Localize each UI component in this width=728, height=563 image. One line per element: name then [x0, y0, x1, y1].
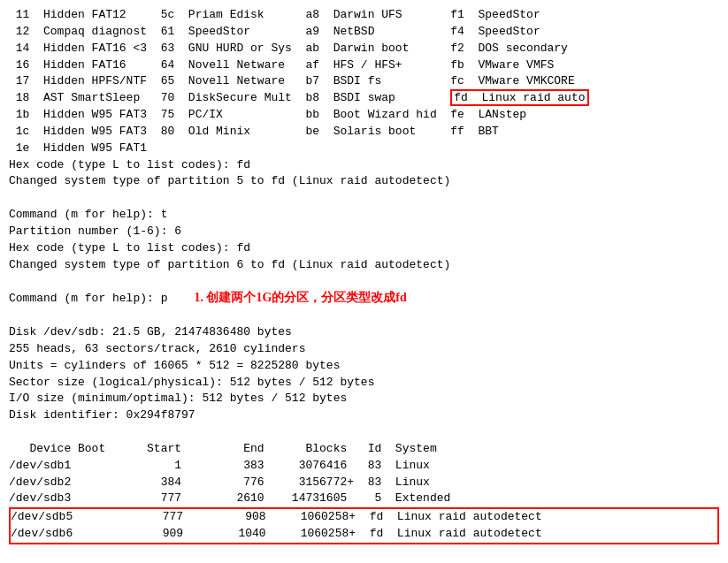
hex-code-line-2: Hex code (type L to list codes): fd: [9, 240, 719, 257]
disk-units-line: Units = cylinders of 16065 * 512 = 82252…: [9, 358, 719, 375]
disk-identifier-line: Disk identifier: 0x294f8797: [9, 407, 719, 424]
disk-heads-line: 255 heads, 63 sectors/track, 2610 cylind…: [9, 341, 719, 358]
footer-section: Command (m for help): w The partition ta…: [9, 544, 719, 563]
table-row-5: 17 Hidden HPFS/NTF 65 Novell Netware b7 …: [9, 73, 719, 90]
disk-sector-size-line: Sector size (logical/physical): 512 byte…: [9, 375, 719, 392]
table-row-9: 1e Hidden W95 FAT1: [9, 141, 719, 157]
table-row-8: 1c Hidden W95 FAT3 80 Old Minix be Solar…: [9, 124, 719, 141]
disk-io-size-line: I/O size (minimum/optimal): 512 bytes / …: [9, 391, 719, 407]
command-t: Command (m for help): t: [9, 207, 719, 224]
blank-line-4: [9, 424, 719, 441]
partition-sdb5: /dev/sdb5 777 908 1060258+ fd Linux raid…: [11, 509, 717, 526]
prompt-section: Hex code (type L to list codes): fd Chan…: [9, 157, 719, 308]
changed-partition-5: Changed system type of partition 5 to fd…: [9, 173, 719, 190]
table-row-2: 12 Compaq diagnost 61 SpeedStor a9 NetBS…: [9, 24, 719, 41]
partition-sdb6: /dev/sdb6 909 1040 1060258+ fd Linux rai…: [11, 526, 717, 543]
partition-sdb3: /dev/sdb3 777 2610 14731605 5 Extended: [9, 491, 719, 507]
partition-number: Partition number (1-6): 6: [9, 224, 719, 240]
blank-line-5: [9, 544, 719, 561]
highlighted-fd-linux-raid: fd Linux raid auto: [450, 89, 588, 106]
terminal: 11 Hidden FAT12 5c Priam Edisk a8 Darwin…: [9, 7, 719, 563]
table-row-6: 18 AST SmartSleep 70 DiskSecure Mult b8 …: [9, 90, 719, 107]
command-p-line: Command (m for help): p 1. 创建两个1G的分区，分区类…: [9, 290, 719, 308]
blank-line-1: [9, 190, 719, 207]
table-row-7: 1b Hidden W95 FAT3 75 PC/IX bb Boot Wiza…: [9, 107, 719, 124]
hex-code-line-1: Hex code (type L to list codes): fd: [9, 157, 719, 174]
table-row-4: 16 Hidden FAT16 64 Novell Netware af HFS…: [9, 57, 719, 74]
disk-info-section: Disk /dev/sdb: 21.5 GB, 21474836480 byte…: [9, 308, 719, 441]
partition-header: Device Boot Start End Blocks Id System: [9, 441, 719, 458]
highlighted-partitions-block: /dev/sdb5 777 908 1060258+ fd Linux raid…: [9, 507, 719, 544]
table-row-1: 11 Hidden FAT12 5c Priam Edisk a8 Darwin…: [9, 7, 719, 24]
partition-table-section: Device Boot Start End Blocks Id System /…: [9, 441, 719, 544]
table-row-3: 14 Hidden FAT16 <3 63 GNU HURD or Sys ab…: [9, 41, 719, 57]
changed-partition-6: Changed system type of partition 6 to fd…: [9, 257, 719, 274]
blank-line-3: [9, 308, 719, 324]
partition-sdb2: /dev/sdb2 384 776 3156772+ 83 Linux: [9, 475, 719, 491]
code-table-section: 11 Hidden FAT12 5c Priam Edisk a8 Darwin…: [9, 7, 719, 157]
blank-line-2: [9, 274, 719, 291]
annotation-text: 1. 创建两个1G的分区，分区类型改成fd: [194, 290, 406, 306]
disk-size-line: Disk /dev/sdb: 21.5 GB, 21474836480 byte…: [9, 324, 719, 341]
command-p: Command (m for help): p: [9, 291, 167, 308]
partition-sdb1: /dev/sdb1 1 383 3076416 83 Linux: [9, 458, 719, 475]
